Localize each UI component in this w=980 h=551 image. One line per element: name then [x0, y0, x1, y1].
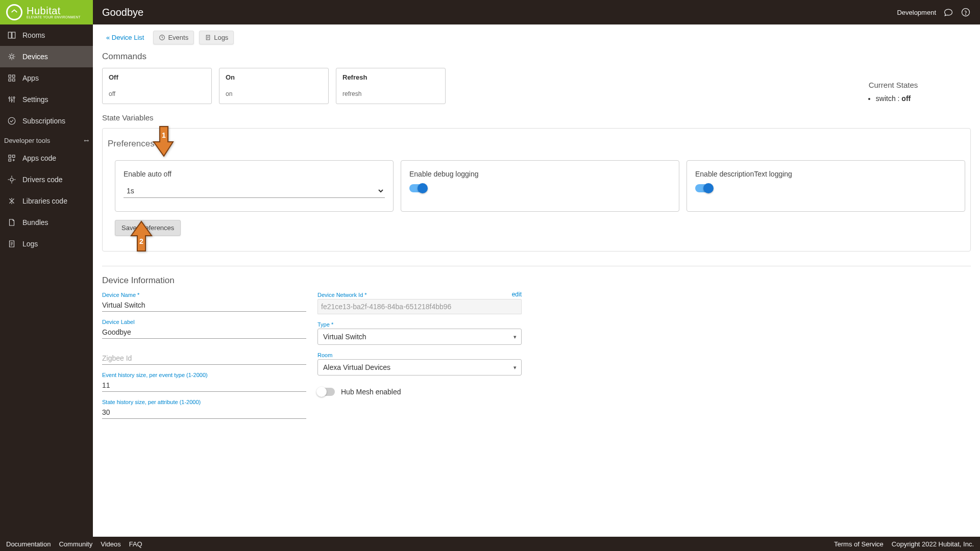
field-label: State history size, per attribute (1-200…	[102, 399, 306, 405]
footer-link-community[interactable]: Community	[59, 540, 92, 548]
edit-network-id-link[interactable]: edit	[512, 291, 522, 298]
command-title: Off	[109, 73, 205, 81]
events-tab[interactable]: Events	[153, 31, 194, 44]
svg-rect-8	[13, 79, 15, 82]
help-icon[interactable]	[961, 7, 971, 17]
sidebar-item-label: Apps	[22, 74, 39, 82]
logs-icon	[7, 239, 16, 248]
current-states-title: Current States	[827, 81, 960, 89]
header: Hubitat ELEVATE YOUR ENVIRONMENT Goodbye…	[0, 0, 980, 24]
sidebar-item-label: Rooms	[22, 31, 45, 39]
brand-name: Hubitat	[27, 6, 81, 16]
sidebar-item-apps-code[interactable]: Apps code	[0, 147, 93, 169]
command-on[interactable]: On on	[219, 68, 329, 104]
sidebar-item-label: Devices	[22, 53, 48, 61]
apps-icon	[7, 73, 16, 83]
device-network-id	[317, 299, 522, 314]
svg-rect-2	[8, 32, 11, 38]
svg-point-11	[13, 97, 15, 98]
sidebar-item-libraries-code[interactable]: Libraries code	[0, 190, 93, 212]
svg-rect-3	[12, 32, 15, 38]
device-list-link[interactable]: « Device List	[102, 31, 148, 44]
state-key: switch	[876, 94, 896, 103]
pref-label: Enable descriptionText logging	[695, 170, 957, 178]
command-refresh[interactable]: Refresh refresh	[336, 68, 446, 104]
device-name-input[interactable]	[102, 299, 306, 312]
brand-tagline: ELEVATE YOUR ENVIRONMENT	[27, 16, 81, 19]
hub-mesh-toggle[interactable]	[317, 388, 335, 396]
state-variables-title: State Variables	[102, 113, 971, 122]
clock-icon	[159, 34, 165, 41]
sidebar-item-drivers-code[interactable]: Drivers code	[0, 169, 93, 190]
sidebar-item-devices[interactable]: Devices	[0, 46, 93, 67]
sidebar-item-label: Libraries code	[22, 197, 67, 205]
device-type-select[interactable]: Virtual Switch	[317, 329, 522, 345]
logs-tab[interactable]: Logs	[199, 31, 234, 44]
logs-label: Logs	[214, 34, 228, 41]
sidebar-item-label: Apps code	[22, 154, 56, 162]
field-label: Device Name *	[102, 292, 306, 298]
description-toggle[interactable]	[695, 184, 713, 192]
sidebar-item-settings[interactable]: Settings	[0, 89, 93, 110]
device-room-select[interactable]: Alexa Virtual Devices	[317, 359, 522, 375]
pref-debug-logging: Enable debug logging	[401, 160, 679, 212]
svg-rect-7	[9, 79, 11, 82]
sidebar-item-label: Settings	[22, 95, 48, 104]
svg-rect-15	[9, 159, 11, 162]
commands-title: Commands	[102, 52, 971, 62]
sidebar-item-rooms[interactable]: Rooms	[0, 24, 93, 46]
rooms-icon	[7, 31, 16, 40]
auto-off-select[interactable]: 1s	[124, 184, 385, 198]
footer-link-docs[interactable]: Documentation	[6, 540, 51, 548]
pref-label: Enable debug logging	[409, 170, 671, 178]
command-title: Refresh	[342, 73, 439, 81]
field-label: Device Network Id *	[317, 292, 522, 298]
sidebar-section-developer[interactable]: Developer tools ⤢	[0, 132, 93, 147]
events-label: Events	[168, 34, 188, 41]
current-states-panel: Current States switch : off	[827, 81, 960, 103]
svg-point-16	[10, 178, 13, 181]
sidebar-item-label: Drivers code	[22, 176, 63, 184]
sidebar-item-bundles[interactable]: Bundles	[0, 212, 93, 233]
sidebar-item-label: Logs	[22, 240, 38, 248]
svg-point-9	[9, 97, 10, 99]
svg-point-1	[965, 14, 966, 15]
collapse-icon[interactable]: ⤢	[82, 136, 91, 145]
command-sub: refresh	[342, 90, 439, 97]
event-history-input[interactable]	[102, 379, 306, 392]
logo[interactable]: Hubitat ELEVATE YOUR ENVIRONMENT	[0, 0, 93, 24]
state-history-input[interactable]	[102, 406, 306, 419]
preferences-box: Preferences 1 Enable auto off 1s	[102, 128, 971, 252]
svg-text:2: 2	[139, 237, 143, 245]
devices-icon	[7, 52, 16, 61]
command-off[interactable]: Off off	[102, 68, 212, 104]
field-label: Type *	[317, 321, 522, 328]
field-label: Event history size, per event type (1-20…	[102, 372, 306, 378]
svg-text:1: 1	[162, 131, 166, 139]
footer-copyright: Copyright 2022 Hubitat, Inc.	[892, 540, 974, 548]
development-label: Development	[897, 9, 936, 16]
field-label: Room	[317, 352, 522, 358]
device-label-input[interactable]	[102, 326, 306, 339]
sidebar-item-apps[interactable]: Apps	[0, 67, 93, 89]
footer-link-faq[interactable]: FAQ	[129, 540, 142, 548]
drivers-code-icon	[7, 175, 16, 184]
settings-icon	[7, 95, 16, 104]
subscriptions-icon	[7, 116, 16, 126]
svg-rect-13	[9, 155, 11, 158]
zigbee-id-input[interactable]	[102, 352, 306, 365]
hub-mesh-label: Hub Mesh enabled	[341, 388, 401, 396]
footer-link-tos[interactable]: Terms of Service	[834, 540, 884, 548]
sidebar-item-subscriptions[interactable]: Subscriptions	[0, 110, 93, 132]
save-preferences-button[interactable]: Save Preferences	[115, 220, 181, 236]
state-item: switch : off	[876, 94, 911, 103]
svg-point-10	[11, 99, 13, 101]
chat-icon[interactable]	[943, 7, 953, 17]
document-icon	[205, 34, 211, 41]
footer-link-videos[interactable]: Videos	[101, 540, 121, 548]
svg-point-4	[10, 55, 13, 58]
sidebar-item-logs[interactable]: Logs	[0, 233, 93, 255]
debug-toggle[interactable]	[409, 184, 427, 192]
bundles-icon	[7, 218, 16, 227]
field-label: Device Label	[102, 319, 306, 325]
